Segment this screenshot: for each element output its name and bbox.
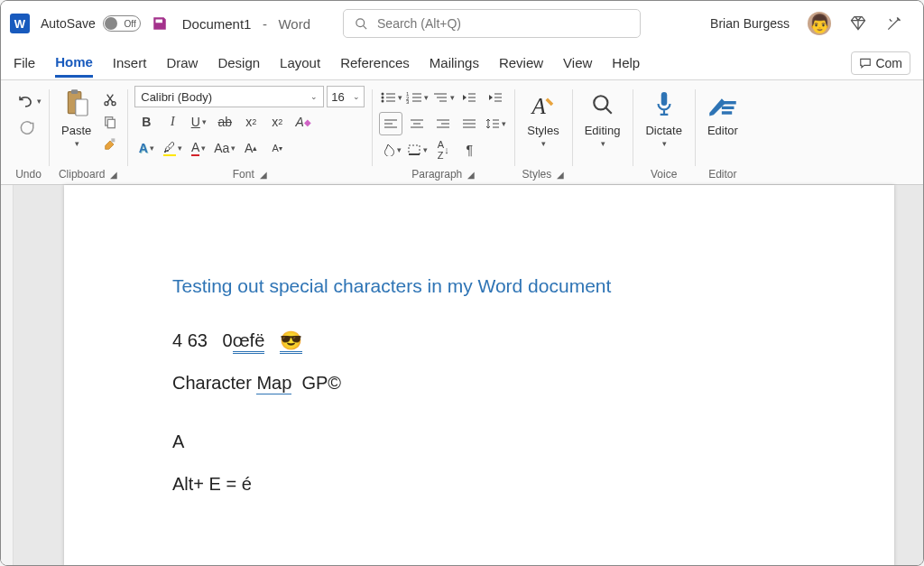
chevron-down-icon: ▾ (75, 139, 79, 148)
tab-help[interactable]: Help (612, 50, 640, 76)
autosave-toggle[interactable]: Off (103, 15, 141, 32)
group-paragraph: ▾ 123▾ ▾ ▾ ▾ ▾ AZ↓ ¶ Paragraph◢ (372, 84, 514, 184)
superscript-button[interactable]: x2 (265, 110, 289, 134)
text-effects-button[interactable]: A▾ (134, 136, 158, 160)
tab-home[interactable]: Home (55, 49, 93, 78)
align-left-button[interactable] (379, 112, 402, 135)
format-painter-button[interactable] (100, 135, 120, 154)
autosave-control[interactable]: AutoSave Off (41, 15, 141, 32)
align-center-button[interactable] (405, 112, 429, 135)
dialog-launcher-icon[interactable]: ◢ (110, 170, 117, 180)
tab-review[interactable]: Review (499, 50, 543, 76)
chevron-down-icon: ▾ (37, 97, 42, 106)
bullets-button[interactable]: ▾ (379, 86, 402, 109)
line-spacing-button[interactable]: ▾ (484, 112, 507, 135)
dialog-launcher-icon[interactable]: ◢ (557, 170, 564, 180)
svg-rect-3 (71, 89, 78, 94)
chevron-down-icon: ⌄ (353, 92, 360, 101)
document-line[interactable]: 4 63 0œfë 😎 (172, 329, 786, 351)
highlight-button[interactable]: 🖊▾ (161, 136, 184, 160)
tab-file[interactable]: File (14, 50, 35, 76)
font-color-button[interactable]: A▾ (187, 136, 210, 160)
show-marks-button[interactable]: ¶ (457, 138, 481, 162)
paste-button[interactable]: Paste ▾ (56, 86, 97, 150)
svg-rect-4 (75, 99, 87, 116)
dialog-launcher-icon[interactable]: ◢ (467, 170, 475, 180)
group-font: Calibri (Body) ⌄ 16 ⌄ B I U▾ ab x2 x2 A◆… (127, 84, 372, 184)
chevron-down-icon: ▾ (662, 139, 667, 148)
ribbon-tabs: File Home Insert Draw Design Layout Refe… (1, 46, 923, 80)
editor-button[interactable]: Editor (702, 86, 744, 139)
wand-icon[interactable] (885, 14, 903, 32)
shrink-font-button[interactable]: A▾ (265, 136, 289, 160)
tab-draw[interactable]: Draw (166, 50, 198, 76)
comments-button[interactable]: Com (851, 51, 910, 75)
svg-line-50 (605, 107, 612, 114)
vertical-ruler[interactable] (1, 185, 14, 566)
subscript-button[interactable]: x2 (239, 110, 263, 134)
tab-layout[interactable]: Layout (280, 50, 320, 76)
bold-button[interactable]: B (134, 110, 158, 134)
title-bar: W AutoSave Off Document1 - Word Search (… (1, 1, 923, 46)
diamond-icon[interactable] (849, 14, 867, 32)
svg-point-0 (356, 18, 365, 26)
ribbon: ▾ Undo Paste ▾ (1, 80, 923, 185)
dialog-launcher-icon[interactable]: ◢ (260, 170, 267, 180)
document-title[interactable]: Document1 - Word (182, 16, 310, 32)
user-name[interactable]: Brian Burgess (710, 16, 790, 31)
chevron-down-icon: ▾ (541, 139, 546, 148)
editing-button[interactable]: Editing ▾ (579, 86, 626, 150)
increase-indent-button[interactable] (484, 86, 507, 109)
save-icon[interactable] (152, 15, 168, 32)
dictate-button[interactable]: Dictate ▾ (640, 86, 687, 150)
numbering-button[interactable]: 123▾ (405, 86, 429, 109)
group-styles: A Styles ▾ Styles◢ (514, 84, 571, 184)
italic-button[interactable]: I (161, 110, 184, 134)
font-name-select[interactable]: Calibri (Body) ⌄ (134, 86, 324, 107)
multilevel-list-button[interactable]: ▾ (431, 86, 455, 109)
tab-view[interactable]: View (563, 50, 592, 76)
svg-text:A: A (530, 94, 546, 118)
change-case-button[interactable]: Aa▾ (213, 136, 236, 160)
shading-button[interactable]: ▾ (379, 138, 402, 162)
sort-button[interactable]: AZ↓ (431, 138, 455, 162)
svg-rect-9 (112, 138, 116, 142)
redo-button[interactable] (15, 116, 39, 139)
copy-button[interactable] (100, 112, 120, 132)
tab-design[interactable]: Design (217, 50, 260, 76)
autosave-label: AutoSave (41, 16, 96, 31)
word-app-icon: W (10, 14, 30, 33)
align-right-button[interactable] (431, 112, 455, 135)
page[interactable]: Testing out special characters in my Wor… (64, 185, 894, 566)
document-line[interactable]: A (172, 431, 786, 452)
tab-mailings[interactable]: Mailings (430, 50, 479, 76)
group-editor: Editor Editor (695, 84, 751, 184)
styles-button[interactable]: A Styles ▾ (522, 86, 564, 150)
svg-point-14 (381, 100, 383, 103)
svg-point-12 (381, 97, 383, 99)
document-line[interactable]: Alt+ E = é (172, 474, 786, 495)
avatar[interactable] (808, 12, 831, 35)
decrease-indent-button[interactable] (457, 86, 481, 109)
document-heading[interactable]: Testing out special characters in my Wor… (172, 275, 786, 297)
font-size-select[interactable]: 16 ⌄ (327, 86, 365, 107)
justify-button[interactable] (457, 112, 481, 135)
grow-font-button[interactable]: A▴ (239, 136, 263, 160)
tab-references[interactable]: References (340, 50, 410, 76)
strikethrough-button[interactable]: ab (213, 110, 236, 134)
tab-insert[interactable]: Insert (113, 50, 147, 76)
svg-point-6 (112, 102, 116, 106)
undo-button[interactable]: ▾ (15, 89, 42, 113)
svg-rect-51 (661, 92, 667, 106)
clipboard-icon (63, 88, 90, 122)
clear-formatting-button[interactable]: A◆ (291, 110, 315, 134)
cut-button[interactable] (100, 89, 120, 109)
document-area: Testing out special characters in my Wor… (1, 185, 923, 566)
svg-point-10 (381, 93, 383, 96)
search-box[interactable]: Search (Alt+Q) (343, 9, 641, 38)
underline-button[interactable]: U▾ (187, 110, 210, 134)
microphone-icon (652, 88, 676, 122)
borders-button[interactable]: ▾ (405, 138, 429, 162)
document-line[interactable]: Character Map GP© (172, 373, 786, 394)
svg-point-5 (105, 102, 108, 106)
